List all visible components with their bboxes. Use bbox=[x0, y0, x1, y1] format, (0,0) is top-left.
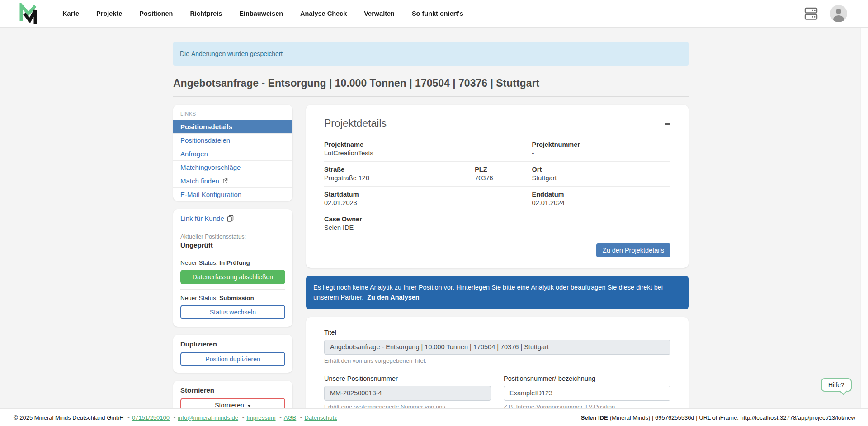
email-link[interactable]: info@mineral-minds.de bbox=[178, 414, 238, 421]
our-position-number-input[interactable] bbox=[324, 386, 491, 401]
switch-status-button[interactable]: Status wechseln bbox=[180, 305, 285, 319]
nav-item-einbauweisen[interactable]: Einbauweisen bbox=[239, 10, 283, 17]
mm-logo-icon bbox=[19, 3, 39, 24]
nav-item-analyse-check[interactable]: Analyse Check bbox=[300, 10, 347, 17]
sidebar-item-label: Positionsdetails bbox=[180, 123, 232, 131]
sidebar-item-label: Match finden bbox=[180, 177, 219, 185]
cancel-heading: Stornieren bbox=[180, 386, 285, 394]
status-card: Link für Kunde Aktueller Positionsstatus… bbox=[173, 209, 292, 327]
customer-link[interactable]: Link für Kunde bbox=[180, 215, 234, 222]
sidebar: LINKS Positionsdetails Positionsdateien … bbox=[173, 105, 292, 408]
duplicate-heading: Duplizieren bbox=[180, 340, 285, 348]
separator-dot: • bbox=[300, 414, 302, 421]
help-button[interactable]: Hilfe? bbox=[821, 378, 852, 392]
agb-link[interactable]: AGB bbox=[284, 414, 296, 421]
field-value: 02.01.2024 bbox=[532, 199, 670, 206]
sidebar-item-label: Matchingvorschläge bbox=[180, 164, 241, 171]
links-card-header: LINKS bbox=[173, 105, 292, 120]
session-meta: (Mineral Minds) | 69576255536d | URL of … bbox=[610, 414, 855, 421]
alert-message: Die Änderungen wurden gespeichert bbox=[180, 50, 283, 57]
field-label: Projektname bbox=[324, 141, 532, 148]
nav-item-so-funktionierts[interactable]: So funktioniert's bbox=[412, 10, 463, 17]
next-status-label: Neuer Status: bbox=[180, 259, 218, 266]
main-column: Projektdetails Projektname LotCreationTe… bbox=[306, 105, 689, 408]
sidebar-item-anfragen[interactable]: Anfragen bbox=[173, 147, 292, 160]
field-label: Startdatum bbox=[324, 191, 532, 198]
project-row: Projektname LotCreationTests Projektnumm… bbox=[324, 137, 670, 162]
divider bbox=[180, 289, 285, 290]
phone-link[interactable]: 07151/250100 bbox=[132, 414, 170, 421]
datenschutz-link[interactable]: Datenschutz bbox=[304, 414, 337, 421]
current-status-label: Aktueller Positionsstatus: bbox=[180, 233, 285, 240]
cancel-dropdown-button[interactable]: Stornieren bbox=[180, 398, 285, 408]
our-position-number-label: Unsere Positionsnummer bbox=[324, 375, 491, 382]
page-content: Die Änderungen wurden gespeichert Angebo… bbox=[0, 28, 868, 408]
analytics-banner: Es liegt noch keine Analytik zu Ihrer Po… bbox=[306, 276, 689, 309]
our-position-number-help: Erhält eine systemgenerierte Nummer von … bbox=[324, 403, 491, 408]
main-menu: Karte Projekte Positionen Richtpreis Ein… bbox=[62, 10, 463, 17]
next-status-value: In Prüfung bbox=[219, 259, 250, 266]
cancel-button-label: Stornieren bbox=[215, 402, 244, 408]
copy-icon bbox=[227, 215, 234, 222]
customer-link-label: Link für Kunde bbox=[180, 215, 224, 222]
nav-item-karte[interactable]: Karte bbox=[62, 10, 79, 17]
nav-item-verwalten[interactable]: Verwalten bbox=[364, 10, 395, 17]
external-link-icon bbox=[222, 178, 228, 184]
separator-dot: • bbox=[242, 414, 245, 421]
go-to-analyses-link[interactable]: Zu den Analysen bbox=[367, 294, 419, 301]
sidebar-item-email-konfiguration[interactable]: E-Mail Konfiguration bbox=[173, 187, 292, 201]
project-details-card: Projektdetails Projektname LotCreationTe… bbox=[306, 105, 689, 268]
vertical-scrollbar[interactable] bbox=[860, 28, 868, 408]
field-value: - bbox=[532, 150, 670, 157]
success-alert: Die Änderungen wurden gespeichert bbox=[173, 42, 689, 66]
titel-help: Erhält den von uns vorgegebenen Titel. bbox=[324, 357, 670, 364]
mineral-minds-logo[interactable] bbox=[18, 3, 40, 24]
finish-data-entry-button[interactable]: Datenerfassung abschließen bbox=[180, 270, 285, 284]
field-value: Selen IDE bbox=[324, 224, 532, 231]
position-number-label: Positionsnummer/-bezeichnung bbox=[504, 375, 670, 382]
page-title: Angebotsanfrage - Entsorgung | 10.000 To… bbox=[173, 77, 689, 97]
duplicate-position-button[interactable]: Position duplizieren bbox=[180, 352, 285, 366]
field-label: Projektnummer bbox=[532, 141, 670, 148]
project-row: Straße Pragstraße 120 PLZ 70376 Ort Stut… bbox=[324, 162, 670, 187]
separator-dot: • bbox=[174, 414, 176, 421]
project-row: Case Owner Selen IDE bbox=[324, 211, 670, 236]
sidebar-item-match-finden[interactable]: Match finden bbox=[173, 174, 292, 187]
next-status-line: Neuer Status: In Prüfung bbox=[180, 259, 285, 266]
field-label: PLZ bbox=[475, 166, 532, 173]
next-status-label: Neuer Status: bbox=[180, 295, 218, 301]
user-avatar-icon[interactable] bbox=[830, 5, 847, 22]
field-label: Ort bbox=[532, 166, 670, 173]
sidebar-item-label: E-Mail Konfiguration bbox=[180, 191, 241, 198]
field-value: Stuttgart bbox=[532, 174, 670, 182]
footer-left: © 2025 Mineral Minds Deutschland GmbH •0… bbox=[14, 414, 337, 421]
top-navigation: Karte Projekte Positionen Richtpreis Ein… bbox=[0, 0, 868, 28]
collapse-minus-icon[interactable] bbox=[665, 123, 670, 125]
nav-item-projekte[interactable]: Projekte bbox=[96, 10, 122, 17]
position-number-help: Z.B. Interne-Vorgangsnummer, LV-Position… bbox=[504, 403, 670, 408]
next-status-value: Submission bbox=[219, 295, 254, 301]
analytics-banner-text: Es liegt noch keine Analytik zu Ihrer Po… bbox=[313, 284, 663, 301]
divider bbox=[180, 228, 285, 228]
field-value: 02.01.2023 bbox=[324, 199, 532, 206]
field-label: Enddatum bbox=[532, 191, 670, 198]
titel-input[interactable] bbox=[324, 340, 670, 355]
server-icon[interactable] bbox=[804, 6, 818, 21]
nav-item-positionen[interactable]: Positionen bbox=[139, 10, 173, 17]
nav-item-richtpreis[interactable]: Richtpreis bbox=[190, 10, 222, 17]
caret-down-icon bbox=[247, 405, 251, 407]
field-value: Pragstraße 120 bbox=[324, 174, 475, 182]
sidebar-item-positionsdateien[interactable]: Positionsdateien bbox=[173, 133, 292, 147]
footer-session-info: Selen IDE(Mineral Minds) | 69576255536d … bbox=[581, 414, 855, 421]
titel-label: Titel bbox=[324, 329, 670, 336]
position-number-input[interactable] bbox=[504, 386, 670, 401]
impressum-link[interactable]: Impressum bbox=[246, 414, 275, 421]
sidebar-item-positionsdetails[interactable]: Positionsdetails bbox=[173, 120, 292, 133]
cancel-card: Stornieren Stornieren bbox=[173, 381, 292, 408]
project-row: Startdatum 02.01.2023 Enddatum 02.01.202… bbox=[324, 187, 670, 211]
field-value: 70376 bbox=[475, 174, 532, 182]
next-status-line: Neuer Status: Submission bbox=[180, 295, 285, 301]
sidebar-item-matchingvorschlaege[interactable]: Matchingvorschläge bbox=[173, 160, 292, 174]
go-to-project-details-button[interactable]: Zu den Projektdetails bbox=[596, 243, 670, 257]
field-value: LotCreationTests bbox=[324, 150, 532, 157]
